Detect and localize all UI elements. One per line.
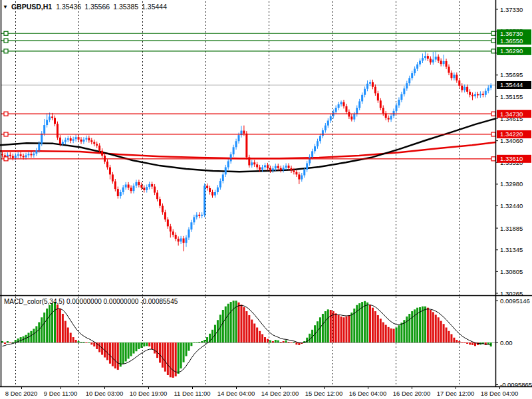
candle-body (487, 88, 489, 91)
macd-bar (206, 337, 208, 342)
resistance-level-handle[interactable] (491, 31, 495, 35)
candle-body (15, 156, 17, 158)
candle-body (440, 61, 442, 64)
macd-bar (51, 303, 53, 342)
chart-window: 1.373301.367851.362401.356951.351551.346… (0, 0, 532, 399)
macd-bar (435, 315, 437, 342)
candle-body (446, 61, 448, 66)
macd-bar (130, 342, 132, 356)
macd-bar (128, 342, 130, 358)
macd-bar (256, 327, 258, 342)
candle-body (201, 215, 203, 216)
macd-bar (59, 309, 61, 342)
candle-body (41, 134, 43, 144)
candle-body (148, 184, 150, 187)
candle-body (393, 111, 395, 116)
support-level-handle[interactable] (491, 132, 495, 136)
resistance-level-handle[interactable] (4, 49, 8, 53)
resistance-level-handle[interactable] (4, 31, 8, 35)
macd-bar (335, 313, 337, 342)
candle-body (448, 66, 450, 72)
macd-bar (380, 319, 382, 342)
candle-body (154, 187, 156, 193)
candle-body (114, 182, 116, 189)
candle-body (23, 156, 25, 158)
macd-bar (146, 342, 148, 346)
macd-bar (4, 342, 6, 344)
candle-body (464, 87, 466, 90)
macd-bar (80, 342, 82, 342)
macd-bar (322, 314, 324, 342)
candle-body (482, 94, 484, 95)
support-level-handle[interactable] (4, 157, 8, 161)
macd-bar (172, 342, 174, 378)
macd-bar (325, 311, 327, 342)
price-tick-label: 1.31885 (500, 225, 523, 232)
price-tick-label: 1.35695 (500, 71, 523, 78)
macd-bar (424, 307, 426, 342)
support-level-handle[interactable] (4, 132, 8, 136)
candle-body (400, 94, 402, 100)
support-level-handle[interactable] (4, 112, 8, 116)
candle-body (256, 164, 258, 167)
macd-bar (277, 340, 279, 342)
symbol-timeframe-label: GBPUSD,H1 (11, 3, 52, 11)
candle-body (190, 222, 192, 229)
macd-bar (82, 342, 84, 342)
candle-body (96, 144, 98, 145)
candle-body (314, 146, 316, 151)
macd-bar (461, 342, 463, 343)
macd-bar (193, 342, 195, 343)
time-tick-label: 11 Dec 11:00 (174, 390, 210, 397)
macd-bar (272, 341, 274, 342)
candle-body (93, 142, 95, 144)
macd-bar (57, 305, 59, 342)
chevron-down-icon[interactable]: ▼ (3, 4, 8, 10)
macd-bar (348, 315, 350, 342)
macd-bar (35, 327, 37, 342)
candle-body (259, 168, 261, 170)
candle-body (364, 89, 366, 95)
time-tick-label: 10 Dec 19:00 (130, 390, 168, 397)
support-level-handle[interactable] (491, 112, 495, 116)
support-badge-label: 1.34730 (500, 110, 523, 118)
macd-bar (400, 323, 402, 342)
high-value: 1.35566 (84, 3, 110, 11)
resistance-level-handle[interactable] (491, 39, 495, 43)
candle-body (62, 142, 64, 144)
macd-bar (390, 329, 392, 342)
resistance-level-handle[interactable] (4, 39, 8, 43)
support-level-handle[interactable] (491, 157, 495, 161)
macd-bar (464, 342, 466, 343)
candle-body (203, 186, 205, 215)
macd-bar (398, 325, 400, 342)
resistance-level-handle[interactable] (491, 49, 495, 53)
candle-body (167, 219, 169, 226)
macd-bar (382, 323, 384, 342)
candle-body (396, 105, 398, 110)
price-chart-canvas[interactable]: 1.373301.367851.362401.356951.351551.346… (0, 0, 532, 399)
candle-body (419, 61, 421, 64)
macd-bar (446, 327, 448, 342)
macd-bar (196, 342, 198, 343)
macd-bar (253, 324, 255, 342)
macd-bar (65, 321, 66, 342)
candle-body (403, 88, 405, 94)
macd-bar (20, 337, 22, 342)
candle-body (382, 108, 384, 113)
candle-body (490, 85, 492, 88)
macd-bar (275, 340, 277, 342)
macd-bar (156, 342, 158, 358)
candle-body (219, 181, 221, 188)
macd-bar (133, 342, 135, 354)
candle-body (450, 72, 452, 78)
macd-bar (345, 317, 347, 342)
candle-body (251, 162, 253, 165)
candle-body (411, 73, 413, 78)
candle-body (380, 100, 382, 108)
macd-bar (122, 342, 124, 364)
macd-bar (98, 342, 100, 352)
macd-bar (414, 309, 416, 342)
candle-body (12, 156, 14, 158)
candle-body (309, 157, 311, 164)
